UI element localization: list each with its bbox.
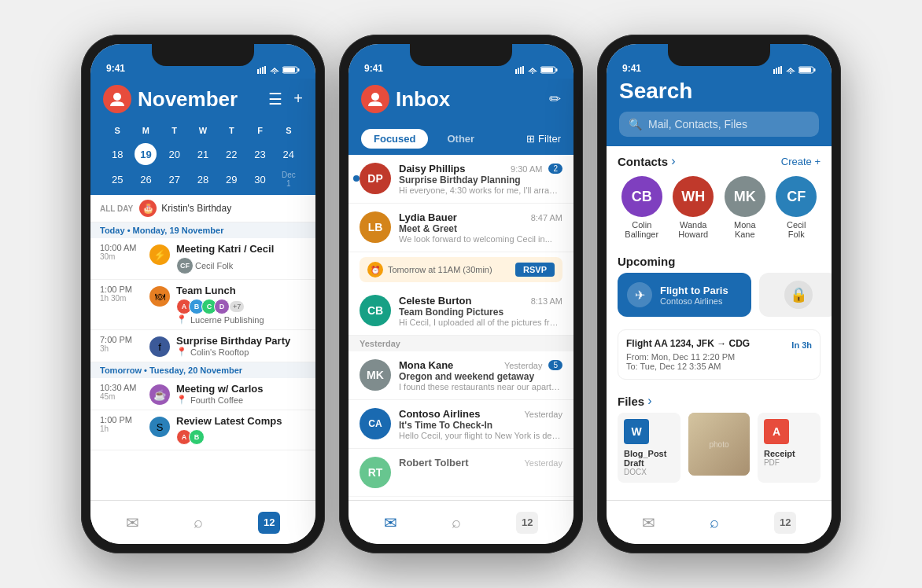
cal-day-24[interactable]: 24 [278, 143, 300, 165]
tab-search-search[interactable]: ⌕ [710, 513, 719, 531]
tab-search-cal[interactable]: ⌕ [194, 513, 203, 531]
tab-mail-inbox[interactable]: ✉ [384, 513, 397, 532]
files-section-header: Files › [607, 386, 832, 413]
user-avatar-inbox[interactable] [361, 85, 389, 113]
svg-rect-12 [522, 66, 524, 74]
tab-search-inbox[interactable]: ⌕ [452, 513, 461, 531]
lock-icon: 🔒 [784, 281, 813, 309]
contact-mona[interactable]: MK MonaKane [721, 176, 769, 239]
email-contoso[interactable]: CA Contoso Airlines Yesterday It's Time … [349, 400, 573, 449]
event-review-comps[interactable]: 1:00 PM 1h S Review Latest Comps A B [90, 410, 315, 450]
email-sender-robert: Robert Tolbert [399, 457, 469, 469]
email-time-celeste: 8:13 AM [531, 296, 562, 306]
event-team-lunch[interactable]: 1:00 PM 1h 30m 🍽 Team Lunch A B C D +7 [90, 280, 315, 330]
flight-card[interactable]: ✈ Flight to Paris Contoso Airlines [618, 273, 751, 317]
mail-tab-icon-2: ✉ [384, 513, 397, 532]
calendar-list-icon[interactable]: ☰ [268, 90, 282, 108]
rsvp-banner: ⏰ Tomorrow at 11AM (30min) RSVP [360, 257, 562, 282]
file-type-docx: DOCX [624, 468, 674, 476]
event-birthday-party[interactable]: 7:00 PM 3h f Surprise Birthday Party 📍 C… [90, 330, 315, 362]
tab-mail-search[interactable]: ✉ [642, 513, 655, 532]
attendee-avatar: CF [176, 257, 194, 274]
search-bar[interactable]: 🔍 Mail, Contacts, Files [619, 112, 819, 137]
phone-inbox: 9:41 Inbox ✏ [339, 35, 583, 553]
cal-day-22[interactable]: 22 [220, 143, 242, 165]
email-mona[interactable]: MK Mona Kane Yesterday 5 Oregon and week… [349, 351, 573, 400]
file-photo[interactable]: photo [688, 413, 750, 476]
flight-duration: In 3h [791, 340, 812, 350]
mail-tab-icon: ✉ [126, 513, 139, 532]
cal-day-29[interactable]: 29 [220, 168, 242, 190]
contact-cecil[interactable]: CF CecilFolk [773, 176, 821, 239]
contacts-title-row: Contacts › [618, 154, 676, 168]
calendar-screen: 9:41 November ☰ [90, 44, 315, 544]
filter-button[interactable]: ⊞ Filter [526, 133, 561, 145]
attendee-name: Cecil Folk [195, 261, 233, 270]
tab-other[interactable]: Other [434, 129, 487, 149]
compose-icon[interactable]: ✏ [549, 90, 561, 108]
user-avatar-calendar[interactable] [103, 85, 131, 113]
files-row: W Blog_Post Draft DOCX photo A [607, 413, 832, 489]
email-header-contoso: Contoso Airlines Yesterday [399, 408, 562, 420]
tab-calendar-inbox[interactable]: 12 [516, 512, 538, 534]
event-title-2: Team Lunch [176, 285, 306, 296]
file-pdf[interactable]: A Receipt PDF [758, 413, 821, 483]
tab-calendar-cal[interactable]: 12 [258, 512, 280, 534]
contact-avatar-wanda: WH [673, 176, 714, 217]
contact-colin[interactable]: CB ColinBallinger [618, 176, 666, 239]
file-docx[interactable]: W Blog_Post Draft DOCX [618, 413, 680, 483]
files-chevron[interactable]: › [647, 394, 651, 408]
svg-point-4 [274, 72, 275, 74]
email-preview-mona: I found these restaurants near our apart… [399, 382, 562, 391]
email-robert[interactable]: RT Robert Tolbert Yesterday [349, 449, 573, 497]
calendar-tab-badge-2: 12 [516, 512, 538, 534]
cal-day-dec1[interactable]: Dec1 [278, 168, 300, 190]
all-day-label: ALL DAY [100, 204, 133, 213]
contact-wanda[interactable]: WH WandaHoward [669, 176, 718, 239]
email-celeste[interactable]: CB Celeste Burton 8:13 AM Team Bonding P… [349, 287, 573, 336]
tab-mail-cal[interactable]: ✉ [126, 513, 139, 532]
email-preview-celeste: Hi Cecil, I uploaded all of the pictures… [399, 318, 562, 327]
svg-rect-6 [298, 68, 300, 72]
svg-rect-3 [264, 66, 266, 74]
cal-day-20[interactable]: 20 [164, 143, 186, 165]
event-location-2: 📍 Lucerne Publishing [176, 314, 306, 325]
cal-day-30[interactable]: 30 [249, 168, 271, 190]
email-lydia[interactable]: LB Lydia Bauer 8:47 AM Meet & Greet We l… [349, 204, 573, 252]
event-title-3: Surprise Birthday Party [176, 335, 306, 347]
birthday-item[interactable]: 🎂 Kristin's Birthday [139, 200, 231, 217]
rsvp-button[interactable]: RSVP [515, 263, 555, 277]
unread-dot-1 [353, 175, 360, 182]
cal-day-28[interactable]: 28 [192, 168, 214, 190]
create-button[interactable]: Create + [781, 156, 821, 167]
tab-calendar-search[interactable]: 12 [774, 512, 796, 534]
cal-day-25[interactable]: 25 [106, 168, 128, 190]
search-tab-bar: ✉ ⌕ 12 [607, 500, 832, 544]
second-upcoming-card[interactable]: 🔒 [759, 273, 832, 317]
event-meeting-carlos[interactable]: 10:30 AM 45m ☕ Meeting w/ Carlos 📍 Fourt… [90, 378, 315, 410]
contacts-chevron[interactable]: › [671, 154, 675, 168]
email-sender-mona: Mona Kane [399, 359, 453, 371]
cal-day-26[interactable]: 26 [135, 168, 157, 190]
flight-route: Flight AA 1234, JFK → CDG [626, 338, 750, 349]
cal-day-18[interactable]: 18 [106, 143, 128, 165]
contact-name-wanda: WandaHoward [669, 220, 718, 239]
cal-day-21[interactable]: 21 [192, 143, 214, 165]
cal-day-27[interactable]: 27 [164, 168, 186, 190]
inbox-screen: 9:41 Inbox ✏ [349, 44, 573, 544]
inbox-header-icons: ✏ [549, 90, 561, 108]
calendar-add-icon[interactable]: + [293, 90, 303, 108]
upcoming-cards: ✈ Flight to Paris Contoso Airlines 🔒 [607, 273, 832, 323]
search-tab-icon: ⌕ [194, 513, 203, 531]
email-daisy[interactable]: DP Daisy Phillips 9:30 AM 2 Surprise Bir… [349, 155, 573, 204]
tab-focused[interactable]: Focused [361, 129, 428, 149]
upcoming-section-header: Upcoming [607, 247, 832, 273]
cal-day-19[interactable]: 19 [135, 143, 157, 165]
svg-rect-19 [776, 68, 777, 75]
email-sender-contoso: Contoso Airlines [399, 408, 481, 420]
flight-detail-card[interactable]: Flight AA 1234, JFK → CDG In 3h From: Mo… [618, 329, 821, 380]
email-content-lydia: Lydia Bauer 8:47 AM Meet & Greet We look… [399, 211, 562, 244]
flight-to: To: Tue, Dec 12 3:35 AM [626, 362, 812, 371]
cal-day-23[interactable]: 23 [249, 143, 271, 165]
event-meeting-katri[interactable]: 10:00 AM 30m ⚡ Meeting Katri / Cecil CF … [90, 238, 315, 280]
